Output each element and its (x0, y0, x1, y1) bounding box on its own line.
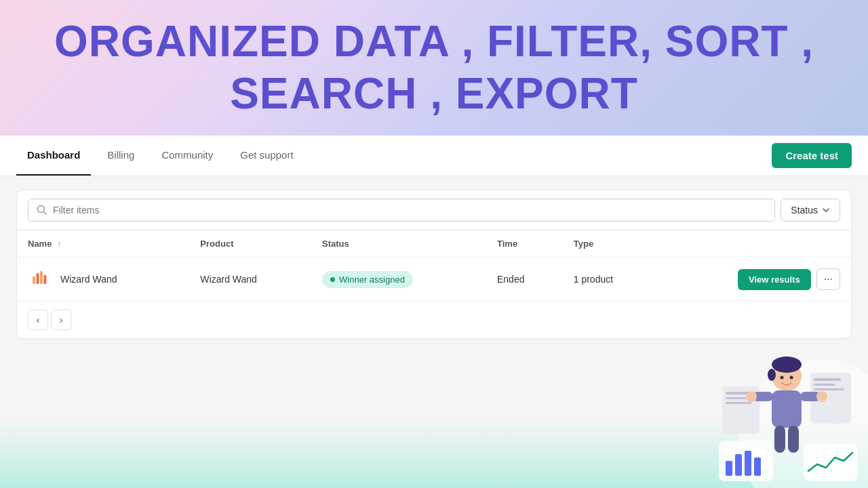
svg-rect-2 (33, 277, 35, 284)
ellipsis-icon: ··· (824, 273, 833, 285)
table-container: Status Name ↑ Product Status (16, 190, 852, 339)
nav-tabs: Dashboard Billing Community Get support (16, 136, 304, 176)
view-results-button[interactable]: View results (738, 269, 811, 290)
status-dot (330, 277, 335, 282)
data-table: Name ↑ Product Status Time Type (17, 230, 851, 301)
tab-get-support[interactable]: Get support (229, 136, 304, 176)
svg-rect-14 (814, 388, 844, 390)
main-content: Dashboard Billing Community Get support … (0, 136, 868, 488)
search-input[interactable] (53, 205, 766, 216)
filter-bar: Status (17, 190, 851, 230)
column-product: Product (189, 230, 311, 258)
hero-title: ORGANIZED DATA , FILTER, SORT , SEARCH ,… (54, 16, 814, 120)
hero-banner: ORGANIZED DATA , FILTER, SORT , SEARCH ,… (0, 0, 868, 136)
more-options-button[interactable]: ··· (816, 268, 840, 290)
svg-rect-8 (726, 392, 749, 394)
cell-status: Winner assigned (311, 258, 486, 302)
cell-type: 1 product (563, 258, 658, 302)
sort-icon: ↑ (57, 239, 62, 249)
cell-name: Wizard Wand (17, 258, 189, 302)
tab-billing[interactable]: Billing (96, 136, 145, 176)
svg-point-23 (768, 369, 776, 381)
column-name[interactable]: Name ↑ (17, 230, 189, 258)
column-status: Status (311, 230, 486, 258)
svg-point-25 (790, 376, 793, 380)
next-page-button[interactable]: › (51, 310, 71, 330)
svg-rect-9 (726, 397, 746, 399)
tab-community[interactable]: Community (151, 136, 224, 176)
status-filter-button[interactable]: Status (781, 199, 840, 222)
svg-rect-26 (772, 390, 802, 428)
svg-rect-10 (726, 402, 751, 404)
cell-actions: View results ··· (658, 258, 851, 302)
tab-dashboard[interactable]: Dashboard (16, 136, 91, 176)
svg-rect-31 (774, 426, 785, 453)
svg-rect-16 (726, 461, 732, 476)
chevron-left-icon: ‹ (37, 314, 40, 325)
cell-product: Wizard Wand (189, 258, 311, 302)
prev-page-button[interactable]: ‹ (28, 310, 48, 330)
cell-time: Ended (486, 258, 563, 302)
column-time: Time (486, 230, 563, 258)
search-wrapper (28, 199, 775, 222)
column-actions (658, 230, 851, 258)
svg-rect-17 (735, 454, 742, 476)
svg-rect-5 (43, 275, 46, 284)
svg-point-22 (772, 357, 802, 373)
svg-rect-12 (814, 378, 841, 381)
svg-point-30 (816, 391, 827, 402)
svg-line-1 (44, 212, 47, 215)
create-test-button[interactable]: Create test (772, 143, 852, 168)
chevron-down-icon (822, 206, 830, 214)
column-type: Type (563, 230, 658, 258)
svg-rect-32 (788, 426, 799, 453)
table-row: Wizard Wand Wizard Wand Winner assigned … (17, 258, 851, 302)
svg-rect-4 (40, 271, 43, 284)
svg-rect-18 (745, 451, 751, 476)
svg-rect-13 (814, 384, 835, 386)
svg-point-29 (746, 391, 757, 402)
pagination: ‹ › (17, 301, 851, 338)
svg-rect-3 (37, 273, 39, 284)
product-icon (28, 267, 52, 291)
chevron-right-icon: › (60, 314, 63, 325)
search-icon (37, 205, 47, 216)
navbar: Dashboard Billing Community Get support … (0, 136, 868, 176)
svg-point-24 (781, 376, 784, 380)
svg-rect-19 (754, 458, 761, 476)
status-badge: Winner assigned (322, 271, 413, 288)
